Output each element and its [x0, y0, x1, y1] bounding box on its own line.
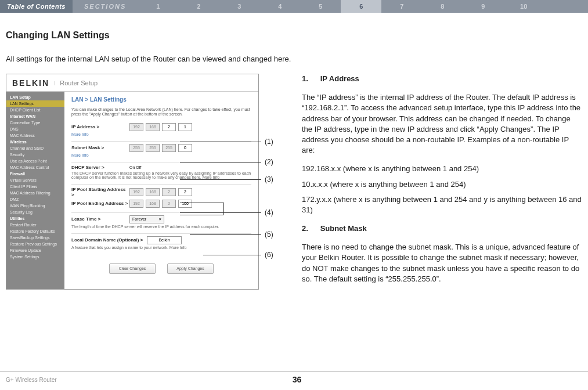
- sidebar-item[interactable]: Channel and SSID: [6, 145, 64, 151]
- dhcp-radios[interactable]: On Off: [129, 165, 142, 169]
- section-1-head: 1. IP Address: [302, 74, 582, 84]
- screenshot-column: BELKIN | Router Setup LAN SetupLAN Setti…: [6, 74, 290, 292]
- sidebar-item[interactable]: Restore Factory Defaults: [6, 228, 64, 234]
- section-1-body: The “IP address” is the internal IP addr…: [302, 92, 582, 156]
- sidebar-item[interactable]: Restart Router: [6, 222, 64, 228]
- nav-section-4[interactable]: 4: [259, 3, 300, 10]
- pool-end-4[interactable]: 100: [178, 200, 192, 208]
- nav-section-3[interactable]: 3: [219, 3, 259, 10]
- page-footer: G+ Wireless Router 36: [0, 371, 588, 384]
- sidebar-item[interactable]: Firmware Update: [6, 247, 64, 254]
- callout-4-label: (4): [265, 208, 273, 216]
- example-1: 192.168.x.x (where x is anything between…: [302, 164, 582, 174]
- nav-section-5[interactable]: 5: [300, 3, 341, 10]
- lease-select[interactable]: Forever ▾: [129, 215, 164, 223]
- sidebar-item[interactable]: Save/Backup Settings: [6, 234, 64, 241]
- sidebar-item[interactable]: Security Log: [6, 209, 64, 215]
- nav-section-2[interactable]: 2: [178, 3, 219, 10]
- lease-label: Lease Time >: [71, 216, 129, 222]
- footer-product: G+ Wireless Router: [0, 377, 200, 383]
- sidebar-item[interactable]: Internet WAN: [6, 113, 64, 120]
- sidebar-item[interactable]: Utilities: [6, 215, 64, 222]
- sidebar-item[interactable]: Wireless: [6, 139, 64, 145]
- pool-start-3: 2: [162, 188, 176, 196]
- screenshot-title: Router Setup: [60, 80, 98, 86]
- screenshot-breadcrumb: LAN > LAN Settings: [71, 96, 251, 103]
- nav-sections-label: SECTIONS: [73, 3, 138, 10]
- sidebar-item[interactable]: Client IP Filters: [6, 183, 64, 190]
- subnet-octet-2: 255: [146, 144, 160, 152]
- callout-1: (1): [180, 138, 273, 146]
- callout-3-label: (3): [265, 175, 273, 183]
- sidebar-item[interactable]: MAC Address: [6, 132, 64, 139]
- nav-toc-link[interactable]: Table of Contents: [0, 0, 73, 13]
- sidebar-item[interactable]: MAC Address Filtering: [6, 190, 64, 196]
- callout-5: (5): [190, 230, 273, 239]
- callout-1-label: (1): [265, 138, 273, 146]
- nav-section-10[interactable]: 10: [503, 3, 544, 10]
- chevron-down-icon: ▾: [159, 217, 161, 222]
- subnet-label: Subnet Mask >: [71, 145, 129, 150]
- section-2-head: 2. Subnet Mask: [302, 223, 582, 234]
- sidebar-item[interactable]: Virtual Servers: [6, 177, 64, 183]
- pool-end-1: 192: [129, 200, 143, 208]
- sidebar-item[interactable]: System Settings: [6, 254, 64, 260]
- callout-4-bracket: [223, 203, 224, 215]
- sidebar-item[interactable]: WAN Ping Blocking: [6, 203, 64, 209]
- footer-page-num: 36: [200, 375, 394, 384]
- content-column: 1. IP Address The “IP address” is the in…: [302, 74, 582, 292]
- ip-more-info[interactable]: More Info: [71, 132, 251, 136]
- callout-2: (2): [180, 158, 273, 166]
- nav-section-6[interactable]: 6: [341, 0, 381, 13]
- domain-note: A feature that lets you assign a name to…: [71, 245, 251, 250]
- sidebar-item[interactable]: Use as Access Point: [6, 158, 64, 164]
- screenshot-desc: You can make changes to the Local Area N…: [71, 107, 251, 117]
- sidebar-item[interactable]: DHCP Client List: [6, 107, 64, 113]
- callout-4-bottom: [180, 215, 223, 215]
- callout-5-label: (5): [265, 230, 273, 239]
- callout-2-label: (2): [265, 158, 273, 166]
- callout-6: (6): [203, 251, 273, 259]
- ip-octet-3[interactable]: 2: [162, 123, 176, 131]
- domain-input[interactable]: Belkin: [147, 236, 182, 244]
- nav-section-8[interactable]: 8: [422, 3, 463, 10]
- lease-note: The length of time the DHCP server will …: [71, 225, 251, 229]
- screenshot-sidebar: LAN SetupLAN SettingsDHCP Client ListInt…: [6, 92, 64, 289]
- ip-octet-4[interactable]: 1: [178, 123, 192, 131]
- lease-value: Forever: [132, 217, 146, 221]
- nav-bar: Table of Contents SECTIONS 12345678910: [0, 0, 588, 13]
- pool-end-label: IP Pool Ending Address >: [71, 201, 129, 206]
- intro-text: All settings for the internal LAN setup …: [6, 55, 582, 63]
- callout-3: (3): [180, 175, 273, 183]
- sidebar-item[interactable]: LAN Setup: [6, 94, 64, 100]
- section-2-title: Subnet Mask: [320, 224, 367, 233]
- section-1-title: IP Address: [320, 74, 359, 83]
- sidebar-item[interactable]: DMZ: [6, 196, 64, 203]
- pool-start-4[interactable]: 2: [178, 188, 192, 196]
- nav-section-1[interactable]: 1: [138, 3, 178, 10]
- sidebar-item[interactable]: Connection Type: [6, 120, 64, 126]
- subnet-octet-1: 255: [129, 144, 143, 152]
- pool-start-label: IP Pool Starting Address >: [71, 187, 129, 197]
- page-heading: Changing LAN Settings: [6, 30, 582, 41]
- nav-section-9[interactable]: 9: [463, 3, 503, 10]
- sidebar-item[interactable]: LAN Settings: [6, 100, 64, 107]
- logo-divider: |: [54, 80, 55, 85]
- sidebar-item[interactable]: MAC Address Control: [6, 164, 64, 171]
- clear-changes-button[interactable]: Clear Changes: [109, 263, 156, 274]
- apply-changes-button[interactable]: Apply Changes: [167, 263, 214, 274]
- subnet-more-info[interactable]: More Info: [71, 153, 251, 157]
- callout-6-label: (6): [265, 251, 273, 259]
- example-2: 10.x.x.x (where x is anything between 1 …: [302, 179, 582, 190]
- sidebar-item[interactable]: Security: [6, 151, 64, 158]
- section-1-num: 1.: [302, 74, 318, 84]
- callout-4-top: [180, 203, 223, 203]
- sidebar-item[interactable]: DNS: [6, 126, 64, 132]
- pool-end-3: 2: [162, 200, 176, 208]
- pool-start-2: 168: [146, 188, 160, 196]
- sidebar-item[interactable]: Firewall: [6, 171, 64, 177]
- sidebar-item[interactable]: Restore Previous Settings: [6, 241, 64, 247]
- belkin-logo: BELKIN: [12, 78, 49, 88]
- section-2-body: There is no need to change the subnet ma…: [302, 242, 582, 284]
- nav-section-7[interactable]: 7: [381, 3, 422, 10]
